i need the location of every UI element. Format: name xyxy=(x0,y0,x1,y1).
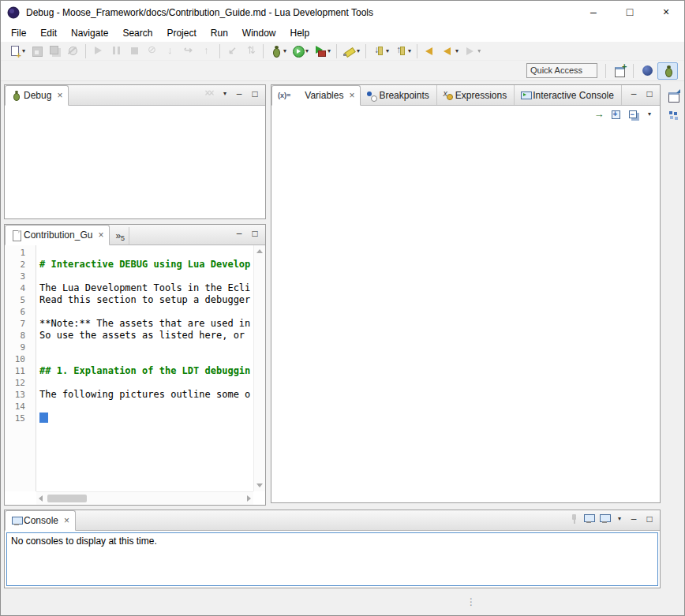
window-close-button[interactable]: × xyxy=(648,1,684,24)
menu-item[interactable]: Search xyxy=(115,24,159,42)
vertical-scrollbar[interactable] xyxy=(253,245,265,491)
console-view-tab[interactable]: Console × xyxy=(5,510,76,531)
editor-line[interactable]: 13 The following pictures outline some o xyxy=(5,389,253,401)
open-perspective-button[interactable] xyxy=(609,62,630,80)
chevron-down-icon[interactable]: ▾ xyxy=(408,47,411,54)
menu-item[interactable]: Help xyxy=(283,24,317,42)
outline-view-button[interactable] xyxy=(665,107,681,123)
restore-views-button[interactable] xyxy=(665,88,681,103)
resume-button[interactable] xyxy=(89,43,107,60)
editor-line[interactable]: 11 ## 1. Explanation of the LDT debuggin xyxy=(5,365,253,377)
view-tab[interactable]: Breakpoints xyxy=(361,85,436,105)
trim-drag-handle[interactable]: ⋮ xyxy=(466,596,476,607)
scroll-right-icon[interactable] xyxy=(247,495,251,502)
maximize-view-button[interactable]: □ xyxy=(642,513,657,527)
chevron-down-icon[interactable]: ▾ xyxy=(283,47,286,54)
menu-item[interactable]: File xyxy=(4,24,33,42)
editor-line[interactable]: 3 xyxy=(5,271,253,282)
chevron-down-icon[interactable]: ▾ xyxy=(477,47,481,54)
view-tab[interactable]: Interactive Console xyxy=(515,85,622,105)
maximize-view-button[interactable]: □ xyxy=(248,227,262,241)
pin-console-button[interactable] xyxy=(567,513,581,527)
window-minimize-button[interactable]: – xyxy=(575,1,612,24)
run-button[interactable]: ▾ xyxy=(289,43,311,60)
editor-line[interactable]: 4 The Lua Development Tools in the Ecli xyxy=(5,282,253,294)
scroll-left-icon[interactable] xyxy=(39,495,43,502)
show-logical-structures-button[interactable] xyxy=(592,108,606,122)
run-external-tools-button[interactable]: ▾ xyxy=(311,43,333,60)
chevron-down-icon[interactable]: ▾ xyxy=(357,47,360,54)
debug-view-tab[interactable]: Debug × xyxy=(5,85,69,106)
editor-line[interactable]: 9 xyxy=(5,342,253,353)
step-into-button[interactable] xyxy=(162,43,180,60)
editor-line[interactable]: 10 xyxy=(5,353,253,365)
minimize-view-button[interactable]: – xyxy=(232,227,246,241)
open-console-button[interactable] xyxy=(598,513,612,527)
editor-line[interactable]: 14 xyxy=(5,401,253,413)
scrollbar-thumb[interactable] xyxy=(47,495,87,502)
ldt-perspective-button[interactable] xyxy=(637,62,657,80)
menu-item[interactable]: Edit xyxy=(33,24,64,42)
minimize-view-button[interactable]: – xyxy=(627,88,641,102)
menu-item[interactable]: Project xyxy=(159,24,203,42)
editor-line[interactable]: 2 # Interactive DEBUG using Lua Develop xyxy=(5,259,253,271)
view-tab[interactable]: (x)= Variables × xyxy=(271,85,361,106)
maximize-view-button[interactable]: □ xyxy=(248,88,262,102)
last-edit-location-button[interactable] xyxy=(421,43,439,60)
quick-access-field[interactable]: Quick Access xyxy=(526,63,597,78)
suspend-button[interactable] xyxy=(107,43,125,60)
forward-button[interactable]: ▾ xyxy=(461,43,483,60)
maximize-view-button[interactable]: □ xyxy=(642,88,657,102)
close-tab-icon[interactable]: × xyxy=(57,90,62,101)
back-button[interactable]: ▾ xyxy=(439,43,461,60)
console-viewer[interactable]: No consoles to display at this time. xyxy=(6,532,658,586)
skip-all-breakpoints-button[interactable] xyxy=(64,43,82,60)
terminate-button[interactable] xyxy=(125,43,144,60)
view-tab[interactable]: Expressions xyxy=(437,85,515,105)
next-annotation-button[interactable]: ▾ xyxy=(369,43,391,60)
editor-line[interactable]: 15 xyxy=(5,413,253,424)
editor-tab[interactable]: Contribution_Gu × xyxy=(5,225,110,245)
debug-button[interactable]: ▾ xyxy=(267,43,289,60)
close-tab-icon[interactable]: × xyxy=(349,90,354,101)
editor-line[interactable]: 12 xyxy=(5,377,253,389)
code-area[interactable]: 1 2 # Interactive DEBUG using Lua Develo… xyxy=(5,247,253,491)
display-selected-console-button[interactable] xyxy=(582,513,597,527)
disconnect-button[interactable] xyxy=(144,43,162,60)
editor-tab-overflow[interactable]: » 5 xyxy=(111,227,129,245)
close-tab-icon[interactable]: × xyxy=(98,230,103,241)
chevron-down-icon[interactable]: ▾ xyxy=(305,47,309,54)
chevron-down-icon[interactable]: ▾ xyxy=(328,47,331,54)
menu-item[interactable]: Navigate xyxy=(64,24,115,42)
menu-item[interactable]: Run xyxy=(204,24,235,42)
window-maximize-button[interactable]: □ xyxy=(612,1,648,24)
editor-line[interactable]: 7 **Note:** The assets that are used in xyxy=(5,318,253,330)
view-menu-button[interactable]: ▾ xyxy=(644,108,655,122)
save-button[interactable] xyxy=(28,43,46,60)
previous-annotation-button[interactable]: ▾ xyxy=(391,43,414,60)
use-step-filters-button[interactable] xyxy=(241,43,260,60)
collapse-all-button[interactable] xyxy=(627,108,641,122)
new-wizard-button[interactable]: ▾ xyxy=(6,43,28,60)
view-menu-button[interactable]: ▾ xyxy=(219,88,230,102)
toggle-mark-occurrences-button[interactable]: ▾ xyxy=(340,43,362,60)
remove-all-terminated-button[interactable] xyxy=(204,88,218,102)
drop-to-frame-button[interactable] xyxy=(223,43,241,60)
editor-line[interactable]: 5 Read this section to setup a debugger xyxy=(5,294,253,306)
scroll-down-icon[interactable] xyxy=(256,483,263,487)
open-console-menu-button[interactable]: ▾ xyxy=(614,513,625,527)
menu-item[interactable]: Window xyxy=(235,24,283,42)
minimize-view-button[interactable]: – xyxy=(232,88,246,102)
debug-perspective-button[interactable] xyxy=(657,62,678,80)
horizontal-scrollbar[interactable] xyxy=(36,491,253,505)
save-all-button[interactable] xyxy=(46,43,64,60)
chevron-down-icon[interactable]: ▾ xyxy=(386,47,389,54)
editor-line[interactable]: 8 So use the assets as listed here, or xyxy=(5,330,253,342)
scroll-up-icon[interactable] xyxy=(256,249,263,253)
step-return-button[interactable] xyxy=(198,43,216,60)
close-tab-icon[interactable]: × xyxy=(64,515,69,526)
step-over-button[interactable] xyxy=(180,43,198,60)
show-type-names-button[interactable] xyxy=(609,108,623,122)
editor-line[interactable]: 1 xyxy=(5,247,253,259)
editor-line[interactable]: 6 xyxy=(5,306,253,318)
